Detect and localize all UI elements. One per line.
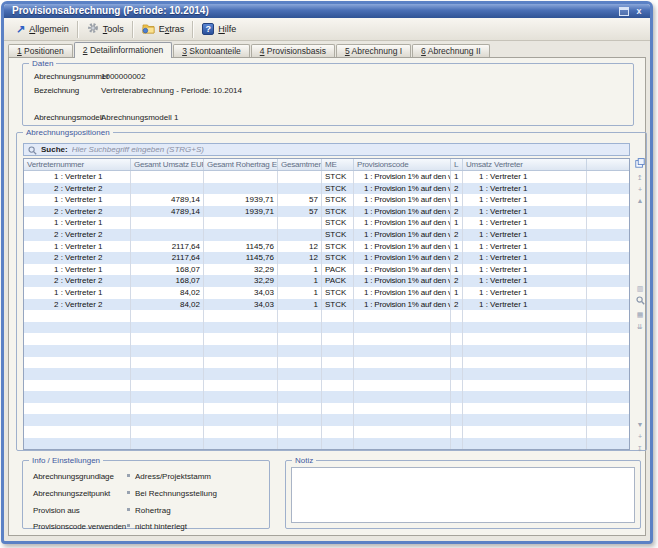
details-icon[interactable]: ▥	[634, 283, 646, 294]
cell-filler	[587, 171, 629, 183]
cell-rohertrag	[204, 322, 278, 334]
toolbar-button-tools[interactable]: Tools	[81, 20, 130, 38]
cell-l	[451, 438, 463, 449]
tab-skontoanteile[interactable]: 3 Skontoanteile	[173, 44, 250, 57]
table-row[interactable]: 2 : Vertreter 284,0234,031STCK1 : Provis…	[24, 299, 629, 311]
cell-code	[354, 322, 451, 334]
cell-menge	[278, 380, 322, 392]
cell-me	[322, 426, 354, 438]
table-row-empty	[24, 368, 629, 380]
group-abrechnungspositionen: Abrechnungspositionen Suche: Vertreternu…	[16, 132, 647, 451]
expand-rows-icon[interactable]: ⇊	[634, 321, 646, 332]
cell-filler	[587, 310, 629, 322]
cell-menge	[278, 333, 322, 345]
cell-me	[322, 438, 354, 449]
column-header[interactable]: Vertreternummer	[24, 159, 131, 170]
column-header[interactable]: Provisionscode	[354, 159, 451, 170]
table-row[interactable]: 1 : Vertreter 12117,641145,7612STCK1 : P…	[24, 241, 629, 253]
toolbar-button-hilfe[interactable]: ? Hilfe	[196, 21, 242, 37]
toolbar: ↗ Allgemein Tools Extras ? Hilfe	[4, 18, 650, 41]
column-header[interactable]: Gesamt Umsatz EUR	[131, 159, 204, 170]
cell-me: STCK	[322, 183, 354, 195]
cell-uv	[463, 426, 587, 438]
column-header[interactable]: Umsatz Vertreter	[463, 159, 587, 170]
tab-abrechnung-1[interactable]: 5 Abrechnung I	[336, 44, 411, 57]
grid-icon[interactable]: ▦	[634, 309, 646, 320]
cell-rohertrag	[204, 217, 278, 229]
cell-filler	[587, 380, 629, 392]
scroll-first-icon[interactable]: ↥	[634, 172, 646, 183]
cell-menge	[278, 217, 322, 229]
cell-code	[354, 380, 451, 392]
cell-me: STCK	[322, 287, 354, 299]
cell-code: 1 : Provision 1% auf den ve	[354, 241, 451, 253]
scroll-down-icon[interactable]: ▼	[634, 419, 646, 430]
table-row[interactable]: 1 : Vertreter 1STCK1 : Provision 1% auf …	[24, 217, 629, 229]
cell-code	[354, 357, 451, 369]
table-row[interactable]: 2 : Vertreter 2STCK1 : Provision 1% auf …	[24, 183, 629, 195]
cell-umsatz: 4789,14	[131, 194, 204, 206]
tab-provisionsbasis[interactable]: 4 Provisionsbasis	[251, 44, 335, 57]
cell-uv	[463, 403, 587, 415]
cell-rohertrag	[204, 426, 278, 438]
cell-filler	[587, 368, 629, 380]
cell-uv: 1 : Vertreter 1	[463, 206, 587, 218]
table-row-empty	[24, 438, 629, 449]
cell-uv: 1 : Vertreter 1	[463, 217, 587, 229]
close-button[interactable]: x	[634, 6, 644, 16]
cell-menge	[278, 403, 322, 415]
table-row[interactable]: 1 : Vertreter 184,0234,031STCK1 : Provis…	[24, 287, 629, 299]
tab-abrechnung-2[interactable]: 6 Abrechnung II	[412, 44, 490, 57]
cell-filler	[587, 357, 629, 369]
cell-me: PACK	[322, 275, 354, 287]
cell-uv	[463, 322, 587, 334]
table-row[interactable]: 2 : Vertreter 22117,641145,7612STCK1 : P…	[24, 252, 629, 264]
search-icon	[28, 141, 37, 159]
restore-button[interactable]	[619, 7, 629, 16]
notiz-textarea[interactable]	[291, 467, 635, 523]
column-header[interactable]: Gesamtmenge	[278, 159, 322, 170]
info-label-provision-aus: Provision aus	[33, 506, 80, 515]
cell-umsatz	[131, 229, 204, 241]
column-header[interactable]: ME	[322, 159, 354, 170]
cell-filler	[587, 229, 629, 241]
window-title: Provisionsabrechnung (Periode: 10.2014)	[12, 4, 209, 18]
tab-positionen[interactable]: 1 Positionen	[8, 44, 73, 57]
cell-menge	[278, 171, 322, 183]
scroll-last-icon[interactable]: ↧	[634, 443, 646, 454]
search-input[interactable]	[72, 144, 625, 155]
column-chooser-icon[interactable]	[634, 158, 646, 169]
cell-vn	[24, 391, 131, 403]
cell-umsatz	[131, 414, 204, 426]
cell-rohertrag: 32,29	[204, 264, 278, 276]
toolbar-button-allgemein[interactable]: ↗ Allgemein	[10, 22, 75, 37]
table-row[interactable]: 2 : Vertreter 2168,0732,291PACK1 : Provi…	[24, 275, 629, 287]
cell-filler	[587, 414, 629, 426]
table-row[interactable]: 1 : Vertreter 1168,0732,291PACK1 : Provi…	[24, 264, 629, 276]
table-body: 1 : Vertreter 1STCK1 : Provision 1% auf …	[24, 171, 629, 449]
cell-rohertrag: 1145,76	[204, 241, 278, 253]
column-header[interactable]: L	[451, 159, 463, 170]
cell-vn: 2 : Vertreter 2	[24, 275, 131, 287]
table-row-empty	[24, 426, 629, 438]
row-move-down-icon[interactable]: +	[634, 431, 646, 442]
magnifier-icon[interactable]	[634, 296, 646, 307]
toolbar-button-extras[interactable]: Extras	[136, 21, 191, 38]
row-move-up-icon[interactable]: +	[634, 184, 646, 195]
scroll-up-icon[interactable]: ▲	[634, 195, 646, 206]
table-row[interactable]: 2 : Vertreter 2STCK1 : Provision 1% auf …	[24, 229, 629, 241]
tab-detailinformationen[interactable]: 2 Detailinformationen	[74, 42, 172, 58]
table-row[interactable]: 1 : Vertreter 14789,141939,7157STCK1 : P…	[24, 194, 629, 206]
table-row[interactable]: 1 : Vertreter 1STCK1 : Provision 1% auf …	[24, 171, 629, 183]
cell-vn: 1 : Vertreter 1	[24, 171, 131, 183]
column-header[interactable]: Gesamt Rohertrag EUR	[204, 159, 278, 170]
folder-icon	[142, 23, 155, 36]
cell-rohertrag	[204, 368, 278, 380]
table-row[interactable]: 2 : Vertreter 24789,141939,7157STCK1 : P…	[24, 206, 629, 218]
table-row-empty	[24, 357, 629, 369]
cell-l: 2	[451, 299, 463, 311]
cell-rohertrag	[204, 183, 278, 195]
cell-l	[451, 333, 463, 345]
cell-uv: 1 : Vertreter 1	[463, 264, 587, 276]
cell-filler	[587, 391, 629, 403]
